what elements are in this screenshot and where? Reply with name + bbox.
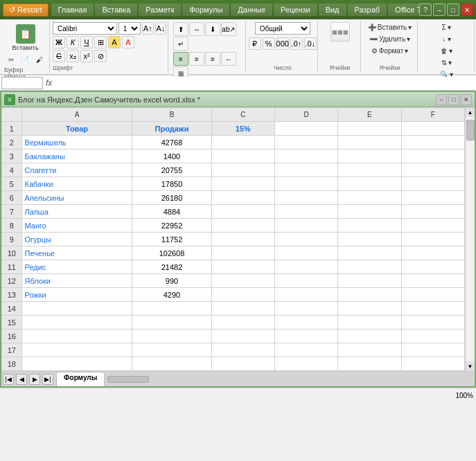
cell-c2[interactable]	[211, 136, 274, 150]
formula-input[interactable]	[55, 77, 475, 89]
cell-b6[interactable]: 26180	[132, 191, 211, 205]
cell-d3[interactable]	[274, 150, 337, 163]
cell-f12[interactable]	[401, 274, 464, 288]
cell-e4[interactable]	[338, 163, 401, 177]
cell-b13[interactable]: 4290	[132, 288, 211, 302]
cell-b14[interactable]	[132, 302, 211, 316]
col-header-c[interactable]: C	[211, 108, 274, 122]
cell-e5[interactable]	[338, 177, 401, 191]
scroll-up-arrow[interactable]: ▲	[466, 107, 475, 117]
cell-d17[interactable]	[274, 343, 337, 357]
workbook-close-btn[interactable]: ✕	[461, 94, 472, 105]
border-button[interactable]: ⊞	[94, 36, 107, 48]
cell-e9[interactable]	[338, 233, 401, 246]
sort-button[interactable]: ⇅ ▾	[439, 57, 455, 68]
styles-button[interactable]: ▦▦▦	[330, 22, 350, 42]
fill-color-button[interactable]: А	[108, 36, 121, 48]
font-name-select[interactable]: Calibri	[53, 22, 117, 35]
cell-b17[interactable]	[132, 343, 211, 357]
clear-button[interactable]: 🗑 ▾	[438, 46, 456, 56]
cell-c10[interactable]	[211, 246, 274, 260]
cell-c1[interactable]: 15%	[211, 122, 274, 136]
sheet-nav-prev[interactable]: ◀	[16, 374, 27, 385]
cell-c16[interactable]	[211, 329, 274, 343]
col-header-e[interactable]: E	[338, 108, 401, 122]
cell-f13[interactable]	[401, 288, 464, 302]
scroll-down-arrow[interactable]: ▼	[466, 361, 475, 371]
vertical-scrollbar[interactable]: ▲ ▼	[465, 107, 475, 371]
cell-f9[interactable]	[401, 233, 464, 246]
cell-a11[interactable]: Редис	[21, 260, 132, 274]
cell-c13[interactable]	[211, 288, 274, 302]
format-cells-button[interactable]: ⚙ Формат ▾	[369, 46, 412, 56]
cell-d16[interactable]	[274, 329, 337, 343]
cell-d10[interactable]	[274, 246, 337, 260]
percent-button[interactable]: %	[263, 37, 275, 50]
col-header-a[interactable]: A	[21, 108, 132, 122]
align-left-button[interactable]: ≡	[173, 52, 188, 66]
cell-b7[interactable]: 4884	[132, 205, 211, 219]
decrease-font-button[interactable]: A↓	[155, 22, 167, 35]
insert-cells-button[interactable]: ➕ Вставить ▾	[365, 22, 414, 33]
tab-layout[interactable]: Разметк	[139, 3, 181, 16]
cell-f18[interactable]	[401, 357, 464, 371]
cell-a6[interactable]: Апельсины	[21, 191, 132, 205]
cell-b18[interactable]	[132, 357, 211, 371]
cell-e1[interactable]	[338, 122, 401, 136]
cell-f5[interactable]	[401, 177, 464, 191]
cell-a7[interactable]: Лапша	[21, 205, 132, 219]
cell-a17[interactable]	[21, 343, 132, 357]
cell-c15[interactable]	[211, 316, 274, 329]
more-font-button[interactable]: ⊘	[94, 50, 107, 62]
cell-b16[interactable]	[132, 329, 211, 343]
col-header-d[interactable]: D	[274, 108, 337, 122]
text-angle-button[interactable]: ab↗	[221, 22, 236, 36]
cell-a8[interactable]: Манго	[21, 219, 132, 233]
tab-home[interactable]: Главная	[51, 3, 94, 16]
cell-a12[interactable]: Яблоки	[21, 274, 132, 288]
workbook-maximize[interactable]: □	[448, 94, 459, 105]
cell-a10[interactable]: Печенье	[21, 246, 132, 260]
cell-d5[interactable]	[274, 177, 337, 191]
cell-f8[interactable]	[401, 219, 464, 233]
delete-cells-button[interactable]: ➖ Удалить ▾	[367, 34, 413, 44]
tab-review[interactable]: Рецензи	[274, 3, 317, 16]
cell-a3[interactable]: Баклажаны	[21, 150, 132, 163]
workbook-minimize[interactable]: –	[436, 94, 447, 105]
font-color-button[interactable]: А	[122, 36, 134, 48]
cell-a15[interactable]	[21, 316, 132, 329]
cut-button[interactable]: ✂	[6, 55, 17, 65]
cell-b4[interactable]: 20755	[132, 163, 211, 177]
cell-d6[interactable]	[274, 191, 337, 205]
cell-a5[interactable]: Кабачки	[21, 177, 132, 191]
sheet-nav-first[interactable]: |◀	[3, 374, 14, 385]
align-top-button[interactable]: ⬆	[173, 22, 188, 36]
cell-e11[interactable]	[338, 260, 401, 274]
cell-a2[interactable]: Вермишель	[21, 136, 132, 150]
cell-d4[interactable]	[274, 163, 337, 177]
comma-button[interactable]: 000	[276, 37, 289, 50]
cell-e8[interactable]	[338, 219, 401, 233]
sheet-nav-last[interactable]: ▶|	[42, 374, 53, 385]
cell-b5[interactable]: 17850	[132, 177, 211, 191]
cell-a4[interactable]: Спагетти	[21, 163, 132, 177]
paste-button[interactable]: 📋 Вставить	[8, 22, 42, 53]
cell-b15[interactable]	[132, 316, 211, 329]
superscript-button[interactable]: x²	[80, 50, 93, 62]
restart-button[interactable]: ↺ Restart	[3, 3, 49, 17]
tab-office-tools[interactable]: Office Т:	[388, 3, 419, 16]
increase-font-button[interactable]: A↑	[142, 22, 154, 35]
cell-b3[interactable]: 1400	[132, 150, 211, 163]
cell-d8[interactable]	[274, 219, 337, 233]
subscript-button[interactable]: x₂	[67, 50, 79, 62]
decrease-decimal-button[interactable]: .0↓	[304, 37, 317, 50]
cell-d1[interactable]	[274, 122, 337, 136]
cell-c4[interactable]	[211, 163, 274, 177]
tab-develop[interactable]: Разраб	[348, 3, 387, 16]
bold-button[interactable]: Ж	[53, 36, 65, 48]
cell-c7[interactable]	[211, 205, 274, 219]
cell-f14[interactable]	[401, 302, 464, 316]
align-middle-button[interactable]: ↔	[189, 22, 204, 36]
align-center-button[interactable]: ≡	[189, 52, 204, 66]
cell-c11[interactable]	[211, 260, 274, 274]
